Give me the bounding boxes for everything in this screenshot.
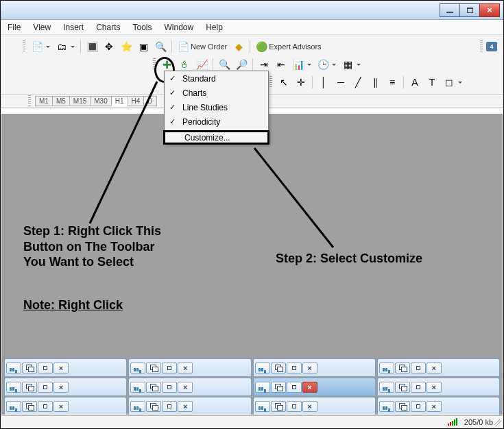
restore-icon[interactable] xyxy=(22,363,37,373)
channel-button[interactable]: ∥ xyxy=(367,75,383,90)
restore-icon[interactable] xyxy=(146,401,161,412)
restore-icon[interactable] xyxy=(146,363,161,373)
window-minimize-button[interactable] xyxy=(440,3,460,17)
data-window-button[interactable]: ⭐ xyxy=(118,39,134,54)
maximize-icon[interactable] xyxy=(411,401,426,412)
fibonacci-button[interactable]: ≡ xyxy=(384,75,400,90)
close-tab-icon[interactable]: × xyxy=(53,382,69,393)
chart-tab[interactable]: × xyxy=(128,378,251,395)
maximize-icon[interactable] xyxy=(162,382,177,393)
chart-tab[interactable]: × xyxy=(253,358,376,376)
restore-icon[interactable] xyxy=(22,401,37,412)
maximize-icon[interactable] xyxy=(38,401,53,412)
text-button[interactable]: A xyxy=(407,75,423,90)
close-tab-icon[interactable]: × xyxy=(178,382,193,393)
chart-tab[interactable]: × xyxy=(4,397,127,415)
chart-tab[interactable]: × xyxy=(253,397,376,415)
menu-file[interactable]: File xyxy=(8,23,21,32)
period-m30[interactable]: M30 xyxy=(90,96,111,106)
auto-scroll-button[interactable]: ⇥ xyxy=(256,57,272,72)
toolbar-grip[interactable] xyxy=(269,76,272,88)
close-tab-icon[interactable]: × xyxy=(427,363,442,373)
menu-view[interactable]: View xyxy=(33,23,51,32)
profiles-button[interactable]: 🗂 xyxy=(53,39,77,54)
maximize-icon[interactable] xyxy=(411,382,426,393)
restore-icon[interactable] xyxy=(22,382,37,393)
chart-tab[interactable]: × xyxy=(4,378,127,395)
menu-charts[interactable]: Charts xyxy=(96,23,120,32)
market-watch-button[interactable]: 🔳 xyxy=(84,39,100,54)
restore-icon[interactable] xyxy=(271,401,286,412)
zoom-in-button[interactable]: 🔍 xyxy=(216,57,232,72)
chart-tab[interactable]: × xyxy=(377,358,500,376)
maximize-icon[interactable] xyxy=(38,382,53,393)
toolbar-grip[interactable] xyxy=(23,40,25,53)
restore-icon[interactable] xyxy=(271,382,286,393)
period-h4[interactable]: H4 xyxy=(128,96,145,106)
period-m5[interactable]: M5 xyxy=(52,96,70,106)
menu-insert[interactable]: Insert xyxy=(63,23,84,32)
close-tab-icon[interactable]: × xyxy=(302,401,317,412)
trendline-button[interactable]: ╱ xyxy=(350,75,366,90)
chart-tab[interactable]: × xyxy=(377,397,500,415)
close-tab-icon[interactable]: × xyxy=(427,401,442,412)
resize-grip-icon[interactable] xyxy=(494,419,501,426)
close-tab-icon[interactable]: × xyxy=(178,363,193,373)
maximize-icon[interactable] xyxy=(287,401,302,412)
terminal-button[interactable]: ▣ xyxy=(135,39,152,54)
chart-tab[interactable]: × xyxy=(128,358,251,376)
candlestick-button[interactable]: 🕯 xyxy=(176,57,193,72)
objects-button[interactable]: ◻ xyxy=(441,75,465,90)
expert-advisors-button[interactable]: 🟢 Expert Advisors xyxy=(253,39,324,54)
chart-tab[interactable]: × xyxy=(4,358,127,376)
vertical-line-button[interactable]: │ xyxy=(315,75,332,90)
restore-icon[interactable] xyxy=(395,382,410,393)
close-tab-icon[interactable]: × xyxy=(53,401,69,412)
horizontal-line-button[interactable]: ─ xyxy=(333,75,349,90)
chart-tab[interactable]: × xyxy=(128,397,251,415)
context-item-charts[interactable]: ✓ Charts xyxy=(165,86,268,100)
maximize-icon[interactable] xyxy=(411,363,426,373)
toolbar-grip[interactable] xyxy=(28,95,31,108)
zoom-out-button[interactable]: 🔎 xyxy=(233,57,250,72)
close-tab-icon[interactable]: × xyxy=(178,401,193,412)
context-item-standard[interactable]: ✓ Standard xyxy=(165,71,268,86)
menu-tools[interactable]: Tools xyxy=(133,23,152,32)
close-tab-icon[interactable]: × xyxy=(302,382,317,393)
line-chart-button[interactable]: 📈 xyxy=(193,57,210,72)
maximize-icon[interactable] xyxy=(38,363,53,373)
period-m15[interactable]: M15 xyxy=(69,96,91,106)
close-tab-icon[interactable]: × xyxy=(302,363,317,373)
navigator-button[interactable]: ✥ xyxy=(101,39,117,54)
crosshair-button[interactable]: ✛ xyxy=(293,75,309,90)
context-item-line-studies[interactable]: ✓ Line Studies xyxy=(165,100,268,114)
maximize-icon[interactable] xyxy=(287,382,302,393)
indicators-button[interactable]: 📊 xyxy=(290,57,314,72)
context-item-periodicity[interactable]: ✓ Periodicity xyxy=(165,114,268,129)
window-close-button[interactable]: × xyxy=(479,3,500,17)
notification-badge[interactable]: 4 xyxy=(486,42,497,51)
restore-icon[interactable] xyxy=(146,382,161,393)
text-label-button[interactable]: T xyxy=(424,75,440,90)
period-h1[interactable]: H1 xyxy=(111,96,128,106)
templates-button[interactable]: ▦ xyxy=(339,57,363,72)
menu-window[interactable]: Window xyxy=(165,23,194,32)
close-tab-icon[interactable]: × xyxy=(53,363,69,373)
window-maximize-button[interactable] xyxy=(459,3,480,17)
new-order-button[interactable]: 📄 New Order xyxy=(175,39,230,54)
cursor-button[interactable]: ↖ xyxy=(276,75,292,90)
new-chart-button[interactable]: 📄 xyxy=(29,39,53,54)
maximize-icon[interactable] xyxy=(162,363,177,373)
close-tab-icon[interactable]: × xyxy=(427,382,442,393)
chart-shift-button[interactable]: ⇤ xyxy=(273,57,289,72)
menu-help[interactable]: Help xyxy=(206,23,223,32)
restore-icon[interactable] xyxy=(395,401,410,412)
context-item-customize[interactable]: Customize... xyxy=(163,130,269,145)
metaquotes-button[interactable]: ◆ xyxy=(230,39,247,54)
toolbar-grip-right[interactable] xyxy=(480,40,483,53)
strategy-tester-button[interactable]: 🔍 xyxy=(152,39,169,54)
chart-tab-active[interactable]: × xyxy=(253,378,376,395)
periods-button[interactable]: 🕒 xyxy=(315,57,339,72)
restore-icon[interactable] xyxy=(271,363,286,373)
chart-tab[interactable]: × xyxy=(377,378,500,395)
